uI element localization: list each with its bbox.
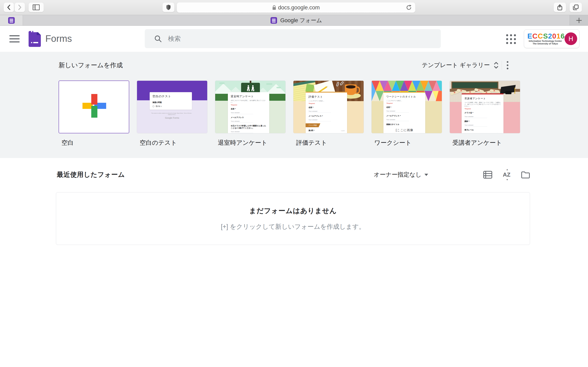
- forward-button[interactable]: [15, 3, 25, 12]
- share-icon: [557, 4, 562, 10]
- url-text: docs.google.com: [278, 4, 320, 11]
- account-card[interactable]: ECCS2016 Information Technology Center T…: [524, 29, 579, 48]
- browser-toolbar: docs.google.com: [0, 0, 588, 15]
- template-thumbnail-blank-quiz: 空白のテスト 無題の問題 選択肢 1 This content is neith…: [137, 81, 208, 133]
- main-menu-button[interactable]: [9, 34, 20, 43]
- template-thumbnail-evaluation-test: 評価テスト ここにテキストを挿入... *Required 名前 * Your …: [293, 81, 364, 133]
- google-forms-favicon: [8, 17, 15, 24]
- google-forms-home: Forms ECCS2016 Information Technology Ce…: [0, 26, 588, 367]
- caret-down-icon: [424, 174, 428, 176]
- reload-icon[interactable]: [406, 4, 412, 11]
- shield-icon: [166, 4, 171, 10]
- plus-icon: [576, 17, 582, 24]
- chevron-left-icon: [7, 4, 11, 10]
- chevron-right-icon: [18, 4, 22, 10]
- open-file-picker-button[interactable]: [521, 171, 530, 179]
- template-label: 空白: [61, 139, 129, 147]
- template-thumbnail-worksheet: ワークシートのタイトル ここにテキストを挿入... *Required 名前 *…: [371, 81, 442, 133]
- template-thumbnail-exit-survey: 退室時アンケート 今日このクラスを出る前に、次の質問に答えてください。 *Req…: [215, 81, 286, 133]
- avatar[interactable]: H: [564, 33, 577, 45]
- recent-forms-section: 最近使用したフォーム オーナー指定なし AZ まだフォームはありません: [0, 158, 588, 245]
- active-tab[interactable]: Google フォーム: [23, 15, 570, 25]
- template-thumbnail-course-survey: 受講者アンケート コースの構成、内容、講師についてのご意見・ご感想など、修了した…: [450, 81, 520, 133]
- back-button[interactable]: [4, 3, 14, 12]
- template-cards-row: 空白 空白のテスト 無題の問題 選択肢 1 This content is ne…: [59, 81, 520, 147]
- template-card-worksheet[interactable]: ワークシートのタイトル ここにテキストを挿入... *Required 名前 *…: [371, 81, 442, 147]
- pinned-tab-google-forms[interactable]: [0, 15, 23, 25]
- organization-subtitle-1: Information Technology Center: [527, 40, 563, 42]
- empty-state-card: まだフォームはありません [+] をクリックして新しいフォームを作成します。: [56, 192, 530, 245]
- search-input[interactable]: [168, 35, 413, 42]
- app-name[interactable]: Forms: [45, 33, 72, 44]
- more-options-button[interactable]: [505, 60, 510, 71]
- template-label: ワークシート: [374, 139, 442, 147]
- privacy-report-button[interactable]: [163, 3, 174, 12]
- tabs-icon: [573, 4, 579, 10]
- new-tab-button[interactable]: [570, 15, 588, 25]
- template-label: 退室時アンケート: [218, 139, 286, 147]
- owner-filter-dropdown[interactable]: オーナー指定なし: [374, 171, 428, 179]
- share-button[interactable]: [554, 3, 566, 12]
- template-label: 空白のテスト: [140, 139, 208, 147]
- organization-logo: ECCS2016 Information Technology Center T…: [527, 33, 563, 45]
- recent-section-title: 最近使用したフォーム: [57, 170, 125, 179]
- template-card-blank-quiz[interactable]: 空白のテスト 無題の問題 選択肢 1 This content is neith…: [137, 81, 208, 147]
- google-forms-logo-icon[interactable]: [29, 31, 41, 47]
- address-bar[interactable]: docs.google.com: [177, 2, 415, 13]
- tab-bar: Google フォーム: [0, 15, 588, 26]
- google-plus-icon: [82, 94, 106, 118]
- template-card-evaluation-test[interactable]: 評価テスト ここにテキストを挿入... *Required 名前 * Your …: [293, 81, 364, 147]
- empty-state-hint: [+] をクリックして新しいフォームを作成します。: [221, 222, 365, 231]
- search-bar[interactable]: [145, 29, 441, 48]
- template-gallery-button[interactable]: テンプレート ギャラリー: [422, 61, 499, 69]
- lock-icon: [272, 5, 276, 10]
- unfold-more-icon: [493, 62, 499, 69]
- template-section-title: 新しいフォームを作成: [59, 61, 123, 69]
- template-gallery-band: 新しいフォームを作成 テンプレート ギャラリー: [0, 52, 588, 158]
- template-label: 受講者アンケート: [452, 139, 520, 147]
- organization-logo-text: ECCS2016: [527, 33, 563, 40]
- empty-state-title: まだフォームはありません: [249, 206, 337, 216]
- google-apps-button[interactable]: [504, 33, 518, 45]
- template-card-exit-survey[interactable]: 退室時アンケート 今日このクラスを出る前に、次の質問に答えてください。 *Req…: [215, 81, 286, 147]
- list-view-button[interactable]: [483, 171, 492, 179]
- tab-overview-button[interactable]: [570, 3, 582, 12]
- tab-title: Google フォーム: [280, 17, 322, 24]
- template-thumbnail-blank: [59, 81, 129, 133]
- template-card-blank[interactable]: 空白: [59, 81, 129, 147]
- app-header: Forms ECCS2016 Information Technology Ce…: [0, 26, 588, 52]
- organization-subtitle-2: The University of Tokyo: [527, 42, 563, 45]
- search-icon: [154, 35, 162, 43]
- template-label: 評価テスト: [296, 139, 364, 147]
- template-card-course-survey[interactable]: 受講者アンケート コースの構成、内容、講師についてのご意見・ご感想など、修了した…: [450, 81, 520, 147]
- sidebar-toggle-button[interactable]: [29, 3, 44, 12]
- sort-by-name-button[interactable]: AZ: [503, 171, 510, 178]
- google-forms-favicon: [270, 17, 277, 24]
- sidebar-icon: [33, 4, 40, 10]
